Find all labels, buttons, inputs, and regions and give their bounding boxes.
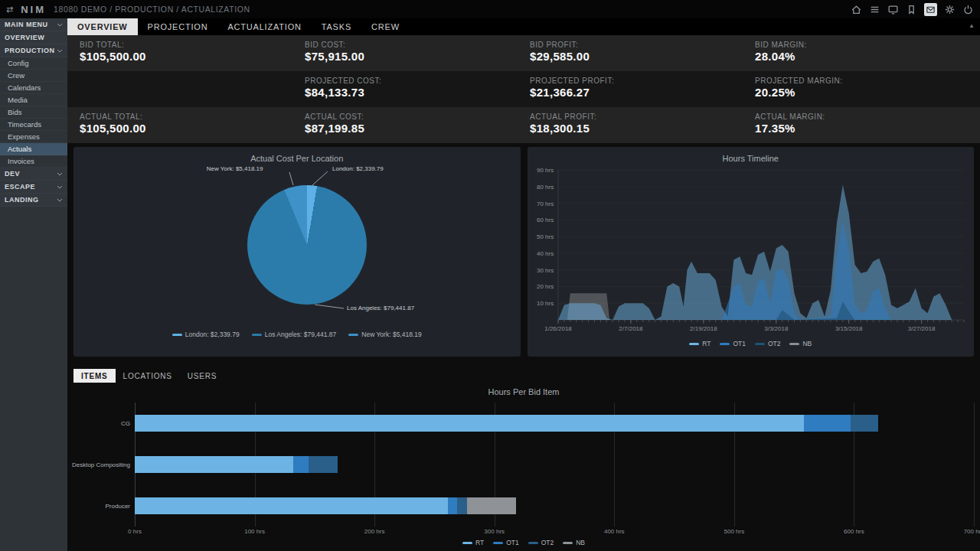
bookmark-icon[interactable] (906, 4, 917, 15)
power-icon[interactable] (962, 4, 974, 15)
panel-collapse-button[interactable]: ▴ (965, 21, 978, 29)
sidebar-item-dev[interactable]: DEV (0, 168, 67, 181)
legend-item[interactable]: NB (789, 340, 812, 347)
bar[interactable] (135, 456, 974, 473)
legend-label: NB (802, 340, 812, 347)
sidebar-label: PRODUCTION (5, 47, 55, 54)
legend-marker (689, 343, 699, 345)
legend-item[interactable]: RT (462, 539, 484, 546)
home-icon[interactable] (851, 4, 862, 15)
bar-segment-ot1[interactable] (293, 456, 309, 473)
bar-legend: RTOT1OT2NB (67, 539, 980, 546)
legend-item[interactable]: NB (563, 539, 585, 546)
stat-bid-margin: BID MARGIN: 28.04% (755, 35, 980, 71)
legend-label: RT (475, 539, 484, 546)
timeline-chart[interactable]: 90 hrs80 hrs70 hrs60 hrs50 hrs40 hrs30 h… (534, 164, 969, 343)
stat-value: $18,300.15 (530, 122, 755, 135)
pie-label-new-york: New York: $5,418.19 (207, 165, 263, 172)
bar-segment-ot1[interactable] (804, 415, 851, 432)
tab-projection[interactable]: PROJECTION (138, 18, 218, 35)
tab-items[interactable]: ITEMS (74, 369, 116, 383)
stat-label: ACTUAL PROFIT: (530, 112, 755, 121)
legend-label: Los Angeles: $79,441.87 (265, 331, 337, 338)
legend-item[interactable]: RT (689, 340, 710, 347)
legend-item[interactable]: London: $2,339.79 (172, 331, 240, 338)
sidebar-item-escape[interactable]: ESCAPE (0, 181, 67, 194)
chevron-down-icon (57, 23, 63, 27)
svg-text:3/3/2018: 3/3/2018 (764, 325, 789, 332)
svg-text:70 hrs: 70 hrs (537, 201, 554, 207)
stat-value: $84,133.73 (305, 86, 530, 99)
bar-segment-ot2[interactable] (309, 456, 338, 473)
window-swap-icon[interactable]: ⇄ (6, 5, 13, 15)
chevron-down-icon (57, 172, 63, 176)
svg-text:3/27/2018: 3/27/2018 (907, 325, 935, 332)
sidebar-label: DEV (5, 170, 20, 178)
legend-item[interactable]: OT1 (493, 539, 519, 546)
timeline-panel: Hours Timeline 90 hrs80 hrs70 hrs60 hrs5… (528, 147, 975, 357)
bar[interactable] (135, 497, 974, 514)
svg-text:80 hrs: 80 hrs (537, 184, 554, 191)
tab-overview[interactable]: OVERVIEW (67, 18, 138, 35)
sidebar-item-main-menu[interactable]: MAIN MENU (0, 18, 67, 31)
pie-label-london: London: $2,339.79 (332, 165, 384, 172)
tab-tasks[interactable]: TASKS (312, 18, 361, 35)
sidebar-item-crew[interactable]: Crew (0, 70, 67, 82)
tab-crew[interactable]: CREW (361, 18, 410, 35)
svg-text:60 hrs: 60 hrs (537, 217, 554, 223)
tab-locations[interactable]: LOCATIONS (116, 369, 180, 383)
sidebar-item-timecards[interactable]: Timecards (0, 119, 67, 131)
bar-axis-tick-label: 400 hrs (604, 528, 625, 535)
legend-marker (172, 334, 182, 336)
sidebar-item-invoices[interactable]: Invoices (0, 155, 67, 168)
legend-label: OT2 (768, 340, 781, 347)
sidebar-item-production[interactable]: PRODUCTION (0, 44, 67, 57)
charts-row: Actual Cost Per Location New York: $5,41… (67, 143, 980, 357)
bar-chart[interactable]: CGDesktop CompositingProducer (135, 403, 974, 527)
bar-segment-rt[interactable] (135, 456, 293, 473)
legend-item[interactable]: OT2 (755, 340, 781, 347)
bar-segment-rt[interactable] (135, 415, 804, 432)
stat-projected-profit: PROJECTED PROFIT: $21,366.27 (530, 71, 755, 107)
sidebar-item-overview[interactable]: OVERVIEW (0, 31, 67, 44)
sidebar-item-actuals[interactable]: Actuals (0, 143, 67, 155)
timeline-chart-title: Hours Timeline (528, 147, 975, 163)
bar-segment-ot2[interactable] (851, 415, 878, 432)
mail-icon[interactable] (924, 3, 937, 16)
sidebar-item-landing[interactable]: LANDING (0, 194, 67, 207)
topbar: ⇄ NIM 18080 DEMO / PRODUCTION / ACTUALIZ… (0, 0, 980, 18)
tab-users[interactable]: USERS (180, 369, 224, 383)
pie-chart[interactable] (247, 185, 367, 305)
legend-item[interactable]: Los Angeles: $79,441.87 (252, 331, 337, 338)
sidebar-label: ESCAPE (5, 183, 35, 191)
tab-actualization[interactable]: ACTUALIZATION (217, 18, 311, 35)
legend-item[interactable]: New York: $5,418.19 (348, 331, 421, 338)
stat-label: ACTUAL MARGIN: (755, 112, 980, 121)
bar-segment-rt[interactable] (135, 497, 448, 514)
sidebar-item-calendars[interactable]: Calendars (0, 82, 67, 94)
legend-marker (563, 542, 573, 544)
sidebar-label: LANDING (5, 196, 39, 204)
bar-segment-nb[interactable] (467, 497, 516, 514)
sidebar-item-expenses[interactable]: Expenses (0, 131, 67, 143)
legend-label: OT2 (541, 539, 554, 546)
bar-segment-ot1[interactable] (448, 497, 458, 514)
topbar-icons (851, 3, 974, 16)
legend-item[interactable]: OT1 (720, 340, 746, 347)
legend-marker (789, 343, 799, 345)
sidebar-label: Crew (8, 71, 24, 80)
sidebar-item-config[interactable]: Config (0, 57, 67, 70)
gear-icon[interactable] (944, 4, 956, 15)
legend-item[interactable]: OT2 (528, 539, 554, 546)
bottom-section: ITEMS LOCATIONS USERS Hours Per Bid Item… (67, 369, 980, 546)
menu-list-icon[interactable] (869, 4, 880, 15)
display-icon[interactable] (887, 4, 899, 15)
bar[interactable] (135, 415, 974, 432)
app-logo: NIM (21, 4, 46, 15)
legend-marker (720, 343, 730, 345)
bar-segment-ot2[interactable] (457, 497, 467, 514)
breadcrumb: 18080 DEMO / PRODUCTION / ACTUALIZATION (54, 5, 250, 14)
sidebar-item-media[interactable]: Media (0, 94, 67, 106)
sidebar-item-bids[interactable]: Bids (0, 106, 67, 119)
svg-text:90 hrs: 90 hrs (537, 167, 554, 174)
